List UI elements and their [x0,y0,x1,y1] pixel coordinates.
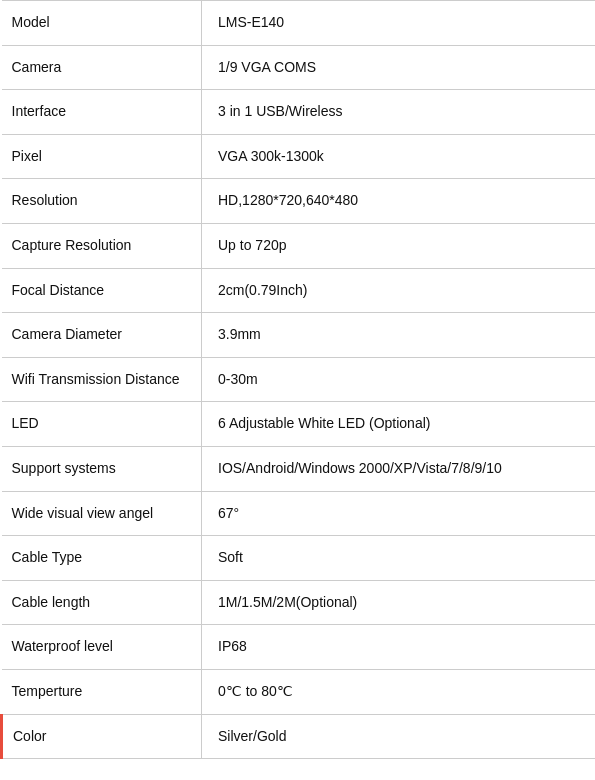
table-row: Camera Diameter3.9mm [2,313,596,358]
spec-value: 1M/1.5M/2M(Optional) [202,580,596,625]
table-row: Focal Distance2cm(0.79Inch) [2,268,596,313]
table-row: Interface3 in 1 USB/Wireless [2,90,596,135]
spec-value: Soft [202,536,596,581]
spec-label: Capture Resolution [2,223,202,268]
spec-label: Focal Distance [2,268,202,313]
spec-value: 1/9 VGA COMS [202,45,596,90]
spec-label: Cable length [2,580,202,625]
table-row: Support systemsIOS/Android/Windows 2000/… [2,446,596,491]
spec-value: IP68 [202,625,596,670]
spec-value: 6 Adjustable White LED (Optional) [202,402,596,447]
spec-value: 67° [202,491,596,536]
spec-value: 0℃ to 80℃ [202,669,596,714]
spec-value: Up to 720p [202,223,596,268]
spec-label: Wide visual view angel [2,491,202,536]
table-row: ColorSilver/Gold [2,714,596,759]
table-row: ModelLMS-E140 [2,1,596,46]
spec-value: LMS-E140 [202,1,596,46]
table-row: Waterproof levelIP68 [2,625,596,670]
spec-label: Color [2,714,202,759]
spec-label: Support systems [2,446,202,491]
table-row: Wide visual view angel67° [2,491,596,536]
spec-value: HD,1280*720,640*480 [202,179,596,224]
table-row: LED6 Adjustable White LED (Optional) [2,402,596,447]
table-row: Temperture0℃ to 80℃ [2,669,596,714]
table-row: Cable TypeSoft [2,536,596,581]
spec-label: Interface [2,90,202,135]
spec-value: IOS/Android/Windows 2000/XP/Vista/7/8/9/… [202,446,596,491]
table-row: Camera1/9 VGA COMS [2,45,596,90]
spec-label: Resolution [2,179,202,224]
table-row: Capture ResolutionUp to 720p [2,223,596,268]
spec-value: Silver/Gold [202,714,596,759]
spec-label: Cable Type [2,536,202,581]
spec-label: Pixel [2,134,202,179]
spec-value: 3.9mm [202,313,596,358]
spec-value: 0-30m [202,357,596,402]
spec-label: Camera [2,45,202,90]
table-row: PixelVGA 300k-1300k [2,134,596,179]
spec-label: Waterproof level [2,625,202,670]
table-row: Wifi Transmission Distance0-30m [2,357,596,402]
spec-label: LED [2,402,202,447]
spec-table: ModelLMS-E140Camera1/9 VGA COMSInterface… [0,0,595,759]
spec-value: 3 in 1 USB/Wireless [202,90,596,135]
spec-value: 2cm(0.79Inch) [202,268,596,313]
table-row: Cable length1M/1.5M/2M(Optional) [2,580,596,625]
spec-label: Camera Diameter [2,313,202,358]
table-row: ResolutionHD,1280*720,640*480 [2,179,596,224]
spec-label: Model [2,1,202,46]
spec-label: Temperture [2,669,202,714]
spec-value: VGA 300k-1300k [202,134,596,179]
spec-label: Wifi Transmission Distance [2,357,202,402]
